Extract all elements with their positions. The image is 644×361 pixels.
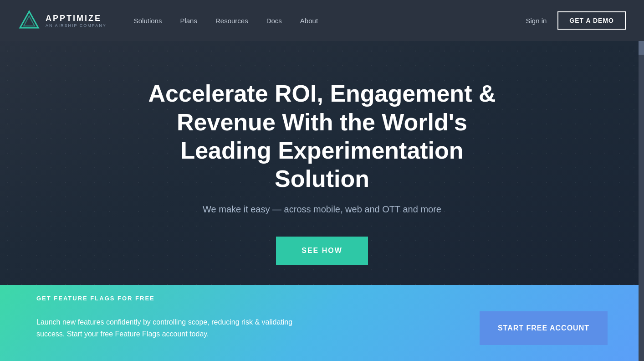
nav-links: Solutions Plans Resources Docs About xyxy=(134,17,526,25)
see-how-button[interactable]: SEE HOW xyxy=(276,237,368,265)
sign-in-link[interactable]: Sign in xyxy=(526,17,547,25)
nav-actions: Sign in GET A DEMO xyxy=(526,11,626,30)
nav-link-plans[interactable]: Plans xyxy=(180,17,197,25)
svg-marker-0 xyxy=(20,11,38,28)
logo-name: APPTIMIZE xyxy=(46,14,107,23)
banner-title: GET FEATURE FLAGS FOR FREE xyxy=(36,295,155,302)
start-free-account-button[interactable]: START FREE ACCOUNT xyxy=(480,311,608,345)
nav-link-solutions[interactable]: Solutions xyxy=(134,17,162,25)
nav-link-resources[interactable]: Resources xyxy=(215,17,248,25)
get-demo-button[interactable]: GET A DEMO xyxy=(557,11,626,30)
banner-bottom-row: Launch new features confidently by contr… xyxy=(0,307,644,354)
banner-top-row: GET FEATURE FLAGS FOR FREE xyxy=(0,285,644,307)
logo-icon xyxy=(18,10,40,31)
hero-content-wrapper: Accelerate ROI, Engagement & Revenue Wit… xyxy=(0,41,644,285)
bottom-banner: GET FEATURE FLAGS FOR FREE Launch new fe… xyxy=(0,285,644,361)
logo-subtitle: AN AIRSHIP COMPANY xyxy=(46,23,107,28)
hero-title: Accelerate ROI, Engagement & Revenue Wit… xyxy=(135,79,509,193)
navbar: APPTIMIZE AN AIRSHIP COMPANY Solutions P… xyxy=(0,0,644,41)
hero-content: Accelerate ROI, Engagement & Revenue Wit… xyxy=(117,79,527,265)
logo-area[interactable]: APPTIMIZE AN AIRSHIP COMPANY xyxy=(18,10,107,31)
nav-link-docs[interactable]: Docs xyxy=(266,17,282,25)
nav-link-about[interactable]: About xyxy=(300,17,318,25)
logo-text: APPTIMIZE AN AIRSHIP COMPANY xyxy=(46,14,107,28)
banner-description: Launch new features confidently by contr… xyxy=(36,316,310,340)
hero-subtitle: We make it easy — across mobile, web and… xyxy=(135,204,509,215)
